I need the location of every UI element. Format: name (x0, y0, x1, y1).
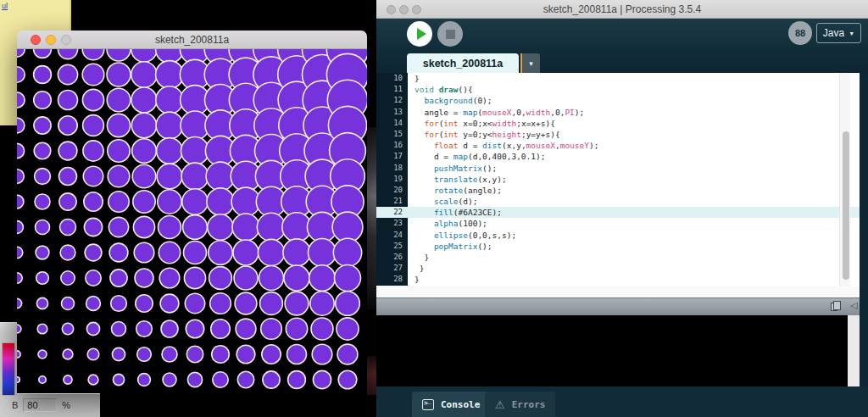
code-line-24[interactable]: 24 ellipse(0,0,s,s); (376, 230, 860, 241)
code-line-23[interactable]: 23 alpha(100); (376, 218, 860, 229)
brightness-label: B (12, 400, 18, 410)
ide-titlebar[interactable]: sketch_200811a | Processing 3.5.4 (376, 0, 868, 19)
collapse-console-icon[interactable]: ◁ (850, 300, 857, 311)
editor-scrollbar[interactable] (839, 73, 850, 286)
ide-toolbar: 88 Java ▼ sketch_200811a ▾ (376, 19, 868, 73)
wallpaper-figure (367, 127, 376, 309)
sketch-canvas[interactable] (17, 49, 367, 393)
terminal-icon (422, 399, 434, 410)
code-line-25[interactable]: 25 popMatrix(); (376, 241, 860, 252)
color-spectrum-slider[interactable] (2, 342, 15, 396)
warning-icon: ⚠ (495, 399, 505, 410)
tab-sketch[interactable]: sketch_200811a (407, 53, 519, 73)
debug-button[interactable]: 88 (788, 21, 812, 45)
desktop: ul B 80 % sketch_200811a sketch (0, 0, 868, 417)
sketch-canvas-svg (17, 49, 367, 393)
code-line-22[interactable]: 22 fill(#6A23CE); (376, 207, 860, 218)
code-line-26[interactable]: 26 } (376, 252, 860, 263)
editor-bottom-strip (376, 286, 860, 297)
message-bar: ◁ (376, 297, 860, 315)
run-button[interactable] (407, 21, 432, 47)
debug-icon: 88 (795, 28, 805, 38)
editor-scrollbar-thumb[interactable] (843, 131, 849, 280)
brightness-field[interactable]: 80 (23, 398, 57, 412)
chevron-down-icon: ▼ (849, 31, 854, 36)
tab-errors[interactable]: ⚠ Errors (485, 392, 555, 417)
mode-dropdown-label: Java (823, 27, 844, 39)
code-line-27[interactable]: 27 } (376, 263, 860, 274)
code-line-12[interactable]: 12 background(0); (376, 95, 860, 106)
play-icon (417, 28, 426, 40)
console-scrollbar[interactable] (848, 315, 860, 386)
code-line-19[interactable]: 19 translate(x,y); (376, 174, 860, 185)
tab-menu-button[interactable]: ▾ (520, 53, 540, 73)
code-line-13[interactable]: 13 angle = map(mouseX,0,width,0,PI); (376, 107, 860, 118)
processing-ide-window[interactable]: sketch_200811a | Processing 3.5.4 88 Jav… (376, 0, 868, 417)
code-line-14[interactable]: 14 for(int x=0;x<width;x=x+s){ (376, 118, 860, 129)
sketch-output-window[interactable]: sketch_200811a (17, 31, 367, 394)
code-line-20[interactable]: 20 rotate(angle); (376, 185, 860, 196)
code-line-15[interactable]: 15 for(int y=0;y<height;y=y+s){ (376, 129, 860, 140)
code-line-16[interactable]: 16 float d = dist(x,y,mouseX,mouseY); (376, 140, 860, 151)
code-line-10[interactable]: 10} (376, 73, 860, 84)
console-output[interactable] (376, 315, 848, 386)
percent-label: % (62, 400, 70, 410)
stop-icon (446, 30, 455, 39)
code-lines: 10}11void draw(){12 background(0);13 ang… (376, 73, 860, 286)
ide-footer: Console ⚠ Errors (376, 386, 868, 417)
code-line-11[interactable]: 11void draw(){ (376, 84, 860, 95)
brightness-row: B 80 % (12, 398, 70, 413)
sketch-window-title: sketch_200811a (17, 34, 367, 46)
tab-console-label: Console (441, 399, 480, 410)
copy-error-icon[interactable] (831, 303, 837, 311)
tab-console[interactable]: Console (412, 392, 490, 417)
sketch-titlebar[interactable]: sketch_200811a (17, 31, 367, 49)
wallpaper-fragment (367, 356, 376, 395)
sticky-note-link[interactable]: ul (2, 2, 8, 10)
stop-button[interactable] (437, 21, 463, 47)
code-editor[interactable]: 10}11void draw(){12 background(0);13 ang… (376, 73, 860, 286)
code-line-28[interactable]: 28} (376, 274, 860, 285)
code-line-17[interactable]: 17 d = map(d,0,400,3,0.1); (376, 151, 860, 162)
tab-menu-arrow-icon: ▾ (529, 59, 533, 68)
mode-dropdown[interactable]: Java ▼ (816, 23, 861, 43)
code-line-18[interactable]: 18 pushMatrix(); (376, 163, 860, 174)
tab-sketch-label: sketch_200811a (423, 58, 504, 70)
desktop-wallpaper-strip (367, 0, 376, 417)
ide-window-title: sketch_200811a | Processing 3.5.4 (376, 3, 868, 15)
code-line-21[interactable]: 21 scale(d); (376, 196, 860, 207)
tab-errors-label: Errors (512, 399, 546, 410)
